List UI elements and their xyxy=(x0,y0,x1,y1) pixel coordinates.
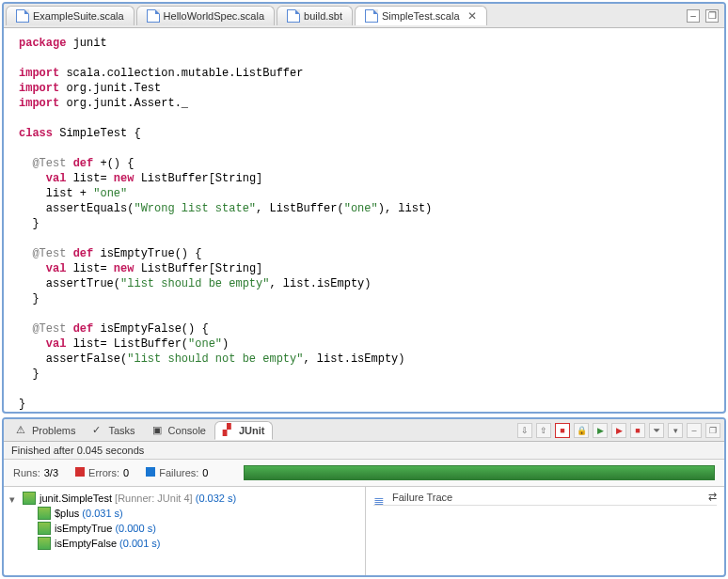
editor-pane: ExampleSuite.scala HelloWorldSpec.scala … xyxy=(2,2,726,414)
keyword-package: package xyxy=(19,37,66,50)
tree-item[interactable]: isEmptyFalse (0.001 s) xyxy=(9,536,359,551)
status-line: Finished after 0.045 seconds xyxy=(4,442,724,460)
errors-count: Errors:0 xyxy=(75,467,129,478)
tree-root[interactable]: ▾ junit.SimpleTest [Runner: JUnit 4] (0.… xyxy=(9,491,359,506)
show-failures-icon[interactable]: ■ xyxy=(555,423,570,438)
progress-bar xyxy=(244,465,715,480)
console-icon: ▣ xyxy=(152,424,166,437)
view-tasks[interactable]: ✓Tasks xyxy=(84,421,143,440)
history-icon[interactable]: ⏷ xyxy=(649,423,664,438)
rerun-failed-icon[interactable]: ▶ xyxy=(611,423,626,438)
tab-simpletest[interactable]: SimpleTest.scala ✕ xyxy=(355,6,487,25)
tab-label: ExampleSuite.scala xyxy=(33,10,124,22)
failures-count: Failures:0 xyxy=(146,467,208,478)
file-icon xyxy=(147,9,160,23)
failure-trace: Failure Trace ⇄ xyxy=(366,487,724,575)
prev-failure-icon[interactable]: ⇧ xyxy=(536,423,551,438)
stack-icon xyxy=(373,493,387,502)
counts-row: Runs:3/3 Errors:0 Failures:0 xyxy=(4,460,724,487)
test-pass-icon xyxy=(38,507,51,520)
minimize-icon[interactable]: – xyxy=(687,423,702,438)
next-failure-icon[interactable]: ⇩ xyxy=(517,423,532,438)
view-menu-icon[interactable]: ▾ xyxy=(668,423,683,438)
code-editor[interactable]: package junit import scala.collection.mu… xyxy=(4,28,724,412)
file-icon xyxy=(16,9,29,23)
error-icon xyxy=(75,467,85,477)
view-junit[interactable]: ▞JUnit xyxy=(214,421,274,440)
tab-helloworldspec[interactable]: HelloWorldSpec.scala xyxy=(136,6,275,25)
view-console[interactable]: ▣Console xyxy=(144,421,214,440)
view-tab-bar: ⚠Problems ✓Tasks ▣Console ▞JUnit ⇩ ⇧ ■ 🔒… xyxy=(4,419,724,442)
stop-icon[interactable]: ■ xyxy=(630,423,645,438)
test-pass-icon xyxy=(38,537,51,550)
maximize-icon[interactable]: ❐ xyxy=(705,423,720,438)
compare-icon[interactable]: ⇄ xyxy=(708,491,717,503)
rerun-icon[interactable]: ▶ xyxy=(593,423,608,438)
close-icon[interactable]: ✕ xyxy=(467,9,477,23)
failure-trace-header: Failure Trace ⇄ xyxy=(373,491,717,506)
test-tree[interactable]: ▾ junit.SimpleTest [Runner: JUnit 4] (0.… xyxy=(4,487,366,575)
junit-icon: ▞ xyxy=(223,424,236,437)
scroll-lock-icon[interactable]: 🔒 xyxy=(574,423,589,438)
minimize-icon[interactable]: – xyxy=(687,9,700,23)
editor-tab-bar: ExampleSuite.scala HelloWorldSpec.scala … xyxy=(4,4,724,28)
tree-item[interactable]: $plus (0.031 s) xyxy=(9,506,359,521)
tab-label: build.sbt xyxy=(304,10,342,22)
tasks-icon: ✓ xyxy=(92,424,105,437)
maximize-icon[interactable]: ❐ xyxy=(705,9,719,23)
junit-pane: ⚠Problems ✓Tasks ▣Console ▞JUnit ⇩ ⇧ ■ 🔒… xyxy=(2,417,726,577)
expand-icon[interactable]: ▾ xyxy=(9,493,19,503)
failure-icon xyxy=(146,467,155,477)
tab-build-sbt[interactable]: build.sbt xyxy=(277,6,353,25)
test-pass-icon xyxy=(23,492,36,505)
tab-label: SimpleTest.scala xyxy=(382,10,460,22)
tab-label: HelloWorldSpec.scala xyxy=(164,10,264,22)
file-icon xyxy=(287,9,300,23)
tree-item[interactable]: isEmptyTrue (0.000 s) xyxy=(9,521,359,536)
tab-examplesuite[interactable]: ExampleSuite.scala xyxy=(6,6,135,25)
runs-count: Runs:3/3 xyxy=(13,467,58,478)
results-area: ▾ junit.SimpleTest [Runner: JUnit 4] (0.… xyxy=(4,487,724,575)
junit-toolbar: ⇩ ⇧ ■ 🔒 ▶ ▶ ■ ⏷ ▾ – ❐ xyxy=(517,423,720,438)
editor-controls: – ❐ xyxy=(687,9,724,23)
test-pass-icon xyxy=(38,522,51,535)
file-icon xyxy=(365,9,378,23)
view-problems[interactable]: ⚠Problems xyxy=(8,421,84,440)
problems-icon: ⚠ xyxy=(16,424,29,437)
